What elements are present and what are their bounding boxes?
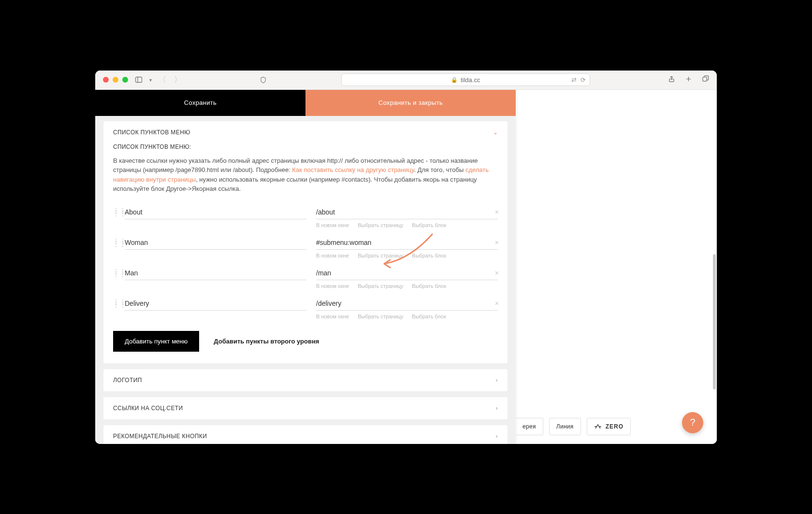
page-content: ерея Линия ZERO Сохранить bbox=[95, 90, 717, 444]
menu-item-link-input[interactable] bbox=[316, 298, 498, 311]
browser-window: ▾ 〈 〉 🔒 tilda.cc ⇄ ⟳ bbox=[95, 71, 717, 444]
help-fab[interactable]: ? bbox=[682, 412, 703, 433]
sidebar-toggle-icon[interactable] bbox=[135, 76, 143, 84]
scrollbar[interactable] bbox=[713, 254, 716, 389]
lock-icon: 🔒 bbox=[451, 77, 458, 83]
privacy-shield-icon[interactable] bbox=[260, 76, 267, 84]
page-background: ерея Линия ZERO bbox=[516, 90, 717, 444]
menu-item-link-input[interactable] bbox=[316, 267, 498, 280]
svg-rect-5 bbox=[703, 77, 707, 81]
add-menu-item-button[interactable]: Добавить пункт меню bbox=[113, 331, 199, 352]
opt-select-block[interactable]: Выбрать блок bbox=[412, 253, 446, 258]
menu-item-row: ⋮⋮⋮⋮ × В новом окне bbox=[113, 298, 498, 326]
menu-item-row: ⋮⋮⋮⋮ × В новом окне bbox=[113, 206, 498, 235]
opt-new-window[interactable]: В новом окне bbox=[316, 253, 349, 258]
accordion-logo: ЛОГОТИП › bbox=[103, 369, 508, 392]
opt-select-block[interactable]: Выбрать блок bbox=[412, 314, 446, 319]
remove-item-icon[interactable]: × bbox=[495, 269, 499, 277]
titlebar: ▾ 〈 〉 🔒 tilda.cc ⇄ ⟳ bbox=[95, 71, 717, 90]
opt-new-window[interactable]: В новом окне bbox=[316, 222, 349, 228]
question-icon: ? bbox=[690, 417, 695, 428]
modal-header: Сохранить Сохранить и закрыть bbox=[95, 90, 516, 116]
url-bar[interactable]: 🔒 tilda.cc ⇄ ⟳ bbox=[341, 73, 590, 86]
opt-new-window[interactable]: В новом окне bbox=[316, 283, 349, 289]
opt-select-page[interactable]: Выбрать страницу bbox=[358, 222, 403, 228]
accordion-header-social[interactable]: ССЫЛКИ НА СОЦ.СЕТИ › bbox=[103, 397, 508, 419]
window-close[interactable] bbox=[103, 77, 109, 83]
window-controls bbox=[103, 77, 128, 83]
opt-select-block[interactable]: Выбрать блок bbox=[412, 283, 446, 289]
nav-back-icon[interactable]: 〈 bbox=[159, 75, 166, 85]
url-host: tilda.cc bbox=[461, 76, 480, 84]
menu-item-link-input[interactable] bbox=[316, 237, 498, 250]
translate-icon[interactable]: ⇄ bbox=[571, 76, 577, 84]
menu-item-row: ⋮⋮⋮⋮ × В новом окне bbox=[113, 267, 498, 296]
svg-rect-0 bbox=[136, 77, 142, 83]
menu-item-label-input[interactable] bbox=[125, 237, 306, 250]
tool-line[interactable]: Линия bbox=[549, 418, 581, 435]
opt-select-page[interactable]: Выбрать страницу bbox=[358, 314, 403, 319]
menu-item-label-input[interactable] bbox=[125, 298, 306, 311]
accordion-title: СПИСОК ПУНКТОВ МЕНЮ bbox=[113, 129, 190, 136]
save-button[interactable]: Сохранить bbox=[95, 90, 305, 116]
section-subtitle: СПИСОК ПУНКТОВ МЕНЮ: bbox=[113, 143, 498, 150]
accordion-menu-items: СПИСОК ПУНКТОВ МЕНЮ ⌄ СПИСОК ПУНКТОВ МЕН… bbox=[103, 121, 508, 364]
menu-item-label-input[interactable] bbox=[125, 267, 306, 280]
chevron-right-icon: › bbox=[496, 405, 498, 412]
remove-item-icon[interactable]: × bbox=[495, 300, 499, 307]
accordion-rec-buttons: РЕКОМЕНДАТЕЛЬНЫЕ КНОПКИ › bbox=[103, 425, 508, 444]
chevron-down-icon[interactable]: ▾ bbox=[149, 77, 152, 83]
save-close-button[interactable]: Сохранить и закрыть bbox=[305, 90, 516, 116]
remove-item-icon[interactable]: × bbox=[495, 208, 499, 216]
opt-select-block[interactable]: Выбрать блок bbox=[412, 222, 446, 228]
accordion-header-menu[interactable]: СПИСОК ПУНКТОВ МЕНЮ ⌄ bbox=[103, 121, 508, 143]
zero-icon bbox=[594, 423, 602, 430]
new-tab-icon[interactable] bbox=[685, 75, 692, 85]
drag-handle-icon[interactable]: ⋮⋮⋮⋮ bbox=[113, 237, 118, 245]
chevron-down-icon: ⌄ bbox=[493, 129, 498, 136]
help-text: В качестве ссылки нужно указать либо пол… bbox=[113, 156, 498, 194]
menu-item-link-input[interactable] bbox=[316, 206, 498, 219]
reload-icon[interactable]: ⟳ bbox=[580, 76, 586, 84]
tabs-overview-icon[interactable] bbox=[702, 75, 709, 85]
drag-handle-icon[interactable]: ⋮⋮⋮⋮ bbox=[113, 206, 118, 215]
nav-forward-icon[interactable]: 〉 bbox=[174, 75, 182, 85]
opt-select-page[interactable]: Выбрать страницу bbox=[358, 253, 403, 258]
menu-item-label-input[interactable] bbox=[125, 206, 306, 219]
remove-item-icon[interactable]: × bbox=[495, 239, 499, 246]
accordion-header-logo[interactable]: ЛОГОТИП › bbox=[103, 369, 508, 391]
menu-item-row: ⋮⋮⋮⋮ × В новом окне bbox=[113, 237, 498, 265]
chevron-right-icon: › bbox=[496, 377, 498, 384]
help-link-page[interactable]: Как поставить ссылку на другую страницу bbox=[292, 166, 414, 173]
drag-handle-icon[interactable]: ⋮⋮⋮⋮ bbox=[113, 267, 118, 276]
accordion-header-rec[interactable]: РЕКОМЕНДАТЕЛЬНЫЕ КНОПКИ › bbox=[103, 425, 508, 444]
window-minimize[interactable] bbox=[113, 77, 118, 83]
chevron-right-icon: › bbox=[496, 433, 498, 440]
opt-new-window[interactable]: В новом окне bbox=[316, 314, 349, 319]
accordion-social: ССЫЛКИ НА СОЦ.СЕТИ › bbox=[103, 397, 508, 420]
tool-zero[interactable]: ZERO bbox=[587, 418, 631, 435]
tool-gallery[interactable]: ерея bbox=[516, 418, 543, 435]
settings-modal: Сохранить Сохранить и закрыть СПИСОК ПУН… bbox=[95, 90, 516, 444]
add-submenu-button[interactable]: Добавить пункты второго уровня bbox=[214, 338, 319, 345]
share-icon[interactable] bbox=[668, 75, 675, 85]
drag-handle-icon[interactable]: ⋮⋮⋮⋮ bbox=[113, 298, 118, 306]
window-maximize[interactable] bbox=[122, 77, 128, 83]
opt-select-page[interactable]: Выбрать страницу bbox=[358, 283, 403, 289]
